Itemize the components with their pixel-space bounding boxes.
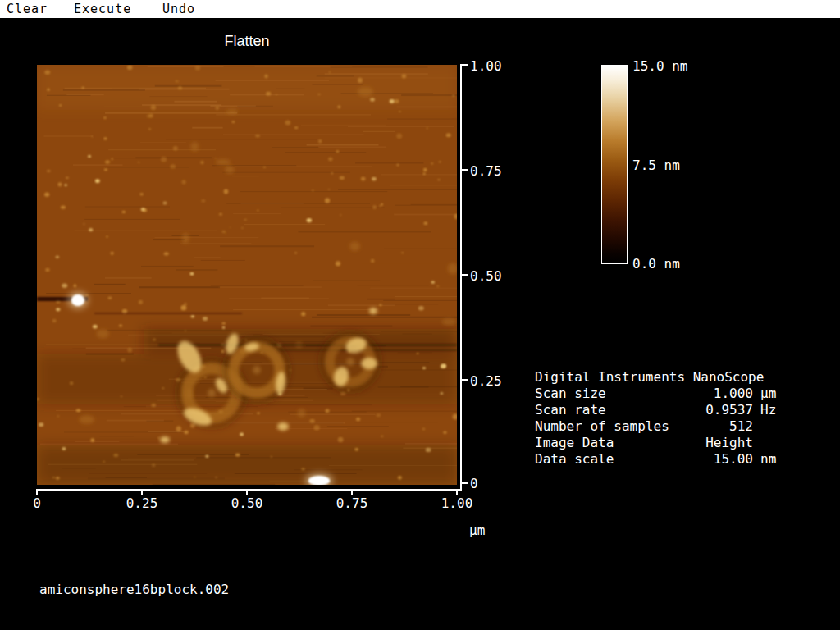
x-axis-label: 1.00 — [441, 495, 473, 511]
parameter-unit — [760, 418, 778, 435]
color-scale-mid-label: 7.5 nm — [632, 158, 680, 173]
parameter-value: 512 — [669, 418, 753, 435]
x-axis-unit: μm — [469, 523, 485, 538]
x-tick — [246, 489, 248, 495]
x-axis-line — [37, 489, 462, 491]
parameter-row: Image Data Height — [535, 435, 778, 451]
operation-title: Flatten — [37, 33, 457, 50]
x-tick — [36, 489, 38, 495]
x-axis-label: 0 — [33, 495, 41, 511]
afm-height-image — [37, 65, 457, 485]
y-axis-label: 0.50 — [470, 268, 502, 284]
parameter-row: Scan rate 0.9537 Hz — [535, 402, 778, 418]
parameter-value: 15.00 — [614, 451, 753, 468]
y-tick — [460, 482, 468, 484]
parameter-unit: nm — [760, 451, 778, 468]
y-axis-label: 0.25 — [470, 373, 502, 389]
parameter-value: Height — [614, 435, 753, 451]
parameter-unit: Hz — [760, 402, 778, 418]
x-axis-label: 0.25 — [126, 495, 158, 511]
scan-parameters: Digital Instruments NanoScope Scan size … — [535, 369, 778, 468]
y-axis-label: 1.00 — [470, 58, 502, 74]
x-axis-label: 0.75 — [336, 495, 368, 511]
parameter-label: Data scale — [535, 451, 614, 468]
parameter-unit — [760, 435, 778, 451]
color-scale-min-label: 0.0 nm — [632, 256, 680, 272]
parameter-label: Image Data — [535, 435, 614, 451]
menu-item-undo[interactable]: Undo — [162, 2, 195, 16]
height-color-scale — [601, 65, 628, 264]
x-tick — [141, 489, 143, 495]
y-axis-label: 0.75 — [470, 163, 502, 179]
y-axis-label: 0 — [470, 476, 478, 491]
menu-bar: Clear Execute Undo — [0, 0, 840, 18]
parameter-value: 1.000 — [606, 386, 753, 402]
afm-image-canvas — [37, 65, 457, 485]
parameters-header-text: Digital Instruments NanoScope — [535, 369, 764, 386]
parameter-row: Data scale 15.00 nm — [535, 451, 778, 468]
menu-item-execute[interactable]: Execute — [74, 2, 131, 16]
parameters-header: Digital Instruments NanoScope — [535, 369, 778, 386]
parameter-row: Number of samples 512 — [535, 418, 778, 435]
y-tick — [460, 64, 468, 66]
parameter-value: 0.9537 — [606, 402, 753, 418]
y-tick — [460, 274, 468, 276]
parameter-label: Number of samples — [535, 418, 669, 435]
parameter-label: Scan rate — [535, 402, 606, 418]
file-name: amiconsphere16bplock.002 — [39, 582, 229, 597]
parameter-unit: μm — [760, 386, 778, 402]
nanoscope-window: Clear Execute Undo Flatten 1.00 0.75 0.5… — [0, 0, 840, 630]
x-tick — [351, 489, 353, 495]
parameter-label: Scan size — [535, 386, 606, 402]
parameter-row: Scan size 1.000 μm — [535, 386, 778, 402]
menu-item-clear[interactable]: Clear — [7, 2, 48, 16]
x-tick — [456, 489, 458, 495]
y-axis-line — [460, 64, 462, 491]
y-tick — [460, 379, 468, 381]
color-scale-max-label: 15.0 nm — [632, 58, 687, 74]
x-axis-label: 0.50 — [231, 495, 263, 511]
y-tick — [460, 169, 468, 171]
